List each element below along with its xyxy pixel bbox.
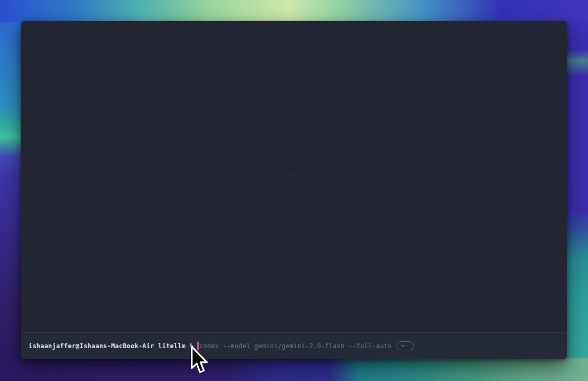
prompt-space [186, 342, 189, 350]
prompt-space [154, 342, 158, 350]
terminal-window[interactable]: ... ishaanjaffer@Ishaans-MacBook-Air lit… [21, 21, 567, 359]
loading-ellipsis: ... [286, 170, 302, 177]
wallpaper-left-edge [0, 0, 23, 381]
prompt-symbol: % [189, 342, 193, 350]
text-cursor [197, 342, 199, 350]
wallpaper-top-edge [0, 0, 588, 22]
wallpaper-bottom-edge [0, 358, 588, 381]
prompt-user-host: ishaanjaffer@Ishaans-MacBook-Air [29, 342, 154, 350]
autosuggestion-text: codex --model gemini/gemini-2.0-flash --… [199, 342, 392, 350]
prompt-directory: litellm [158, 342, 186, 350]
terminal-output-area: ... [21, 21, 567, 332]
wallpaper-right-edge [565, 0, 588, 381]
command-input-line[interactable]: ishaanjaffer@Ishaans-MacBook-Air litellm… [21, 333, 567, 359]
accept-suggestion-hint-badge: →· [397, 341, 414, 350]
